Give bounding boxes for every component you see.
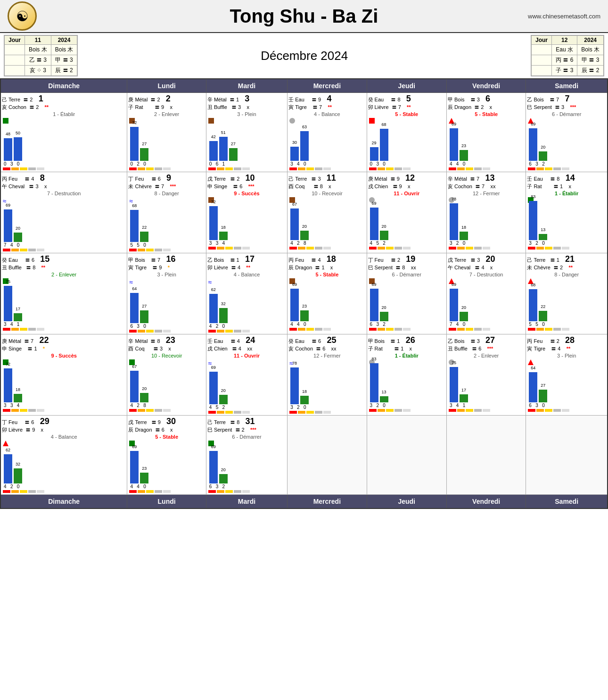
- col-mardi: Mardi: [206, 79, 287, 93]
- info-box-day11: Jour 11 2024 Bois 木 Bois 木 乙 〓 3 甲 〓 3 亥…: [4, 35, 78, 76]
- calendar-table: Dimanche Lundi Mardi Mercredi Jeudi Vend…: [0, 78, 608, 509]
- day-cell-27: 乙 Bois 〓 3 27 丑 Buffle 〓 6 *** 2 - Enlev…: [446, 334, 526, 416]
- footer-samedi: Samedi: [526, 495, 608, 509]
- footer-mercredi: Mercredi: [288, 495, 367, 509]
- page-wrapper: ☯ Tong Shu - Ba Zi www.chinesemetasoft.c…: [0, 0, 608, 509]
- col-dimanche: Dimanche: [0, 79, 127, 93]
- day-cell-8: 丙 Feu 〓 4 8 午 Cheval 〓 3 x 7 - Destructi…: [0, 172, 127, 253]
- week-row-2: 丙 Feu 〓 4 8 午 Cheval 〓 3 x 7 - Destructi…: [0, 172, 608, 253]
- footer-jeudi: Jeudi: [367, 495, 446, 509]
- day-cell-17: 乙 Bois 〓 1 17 卯 Lièvre 〓 4 ** 4 - Balanc…: [206, 253, 287, 334]
- day-cell-31: 己 Terre 〓 8 31 巳 Serpent 〓 2 *** 6 - Dém…: [206, 416, 287, 495]
- day-cell-13: 辛 Métal 〓 7 13 亥 Cochon 〓 7 xx 12 - Ferm…: [446, 172, 526, 253]
- day-cell-30: 戊 Terre 〓 9 30 辰 Dragon 〓 6 x 5 - Stable…: [127, 416, 206, 495]
- day-cell-25: 癸 Eau 〓 6 25 亥 Cochon 〓 6 xx 12 - Fermer…: [288, 334, 367, 416]
- col-jeudi: Jeudi: [367, 79, 446, 93]
- day-cell-6: 甲 Bois 〓 3 6 辰 Dragon 〓 2 x 5 - Stable 6…: [446, 93, 526, 172]
- page-title: Tong Shu - Ba Zi: [230, 6, 378, 27]
- day-cell-15: 癸 Eau 〓 6 15 丑 Buffle 〓 8 ** 2 - Enlever…: [0, 253, 127, 334]
- empty-cell-w5-5: [367, 416, 446, 495]
- day-cell-16: 甲 Bois 〓 7 16 寅 Tigre 〓 9 * 3 - Plein ≈ …: [127, 253, 206, 334]
- header: ☯ Tong Shu - Ba Zi www.chinesemetasoft.c…: [0, 0, 608, 33]
- month-title: Décembre 2024: [78, 49, 531, 63]
- day-cell-10: 戊 Terre 〓 2 10 申 Singe 〓 6 *** 9 - Succè…: [206, 172, 287, 253]
- week-row-1: 己 Terre 〓 2 1 亥 Cochon 〓 2 ** 1 - Établi…: [0, 93, 608, 172]
- col-mercredi: Mercredi: [288, 79, 367, 93]
- footer-dimanche: Dimanche: [0, 495, 127, 509]
- website-label: www.chinesemetasoft.com: [528, 13, 600, 20]
- footer-lundi: Lundi: [127, 495, 206, 509]
- day-cell-11: 己 Terre 〓 3 11 酉 Coq 〓 8 x 10 - Recevoir…: [288, 172, 367, 253]
- empty-cell-w5-6: [446, 416, 526, 495]
- info-box-day12: Jour 12 2024 Eau 水 Bois 木 丙 〓 6 甲 〓 3 子 …: [531, 35, 604, 76]
- day-cell-23: 辛 Métal 〓 8 23 酉 Coq 〓 3 x 10 - Recevoir…: [127, 334, 206, 416]
- empty-cell-w5-4: [288, 416, 367, 495]
- day-cell-4: 壬 Eau 〓 9 4 寅 Tigre 〓 7 ** 4 - Balance 3…: [288, 93, 367, 172]
- info-row: Jour 11 2024 Bois 木 Bois 木 乙 〓 3 甲 〓 3 亥…: [0, 33, 608, 78]
- col-lundi: Lundi: [127, 79, 206, 93]
- day-cell-20: 戊 Terre 〓 3 20 午 Cheval 〓 4 x 7 - Destru…: [446, 253, 526, 334]
- footer-vendredi: Vendredi: [446, 495, 526, 509]
- empty-cell-w5-7: [526, 416, 608, 495]
- day-cell-12: 庚 Métal 〓 9 12 戌 Chien 〓 9 x 11 - Ouvrir…: [367, 172, 446, 253]
- day-cell-26: 甲 Bois 〓 1 26 子 Rat 〓 1 x 1 - Établir 83…: [367, 334, 446, 416]
- day-cell-2: 庚 Métal 〓 2 2 子 Rat 〓 9 x 2 - Enlever 72…: [127, 93, 206, 172]
- day-cell-28: 丙 Feu 〓 2 28 寅 Tigre 〓 4 ** 3 - Plein 64…: [526, 334, 608, 416]
- day-cell-24: 壬 Eau 〓 4 24 戌 Chien 〓 4 xx 11 - Ouvrir …: [206, 334, 287, 416]
- week-row-3: 癸 Eau 〓 6 15 丑 Buffle 〓 8 ** 2 - Enlever…: [0, 253, 608, 334]
- day-cell-14: 壬 Eau 〓 8 14 子 Rat 〓 1 x 1 - Établir 83 …: [526, 172, 608, 253]
- col-vendredi: Vendredi: [446, 79, 526, 93]
- day-cell-19: 丁 Feu 〓 2 19 巳 Serpent 〓 8 xx 6 - Démarr…: [367, 253, 446, 334]
- col-samedi: Samedi: [526, 79, 608, 93]
- day-cell-1: 己 Terre 〓 2 1 亥 Cochon 〓 2 ** 1 - Établi…: [0, 93, 127, 172]
- week-row-4: 庚 Métal 〓 7 22 申 Singe 〓 1 * 9 - Succès …: [0, 334, 608, 416]
- week-row-5: 丁 Feu 〓 6 29 卯 Lièvre 〓 9 x 4 - Balance …: [0, 416, 608, 495]
- day-cell-3: 辛 Métal 〓 1 3 丑 Buffle 〓 3 x 3 - Plein 4…: [206, 93, 287, 172]
- day-cell-7: 乙 Bois 〓 7 7 巳 Serpent 〓 3 *** 6 - Démar…: [526, 93, 608, 172]
- day-cell-29: 丁 Feu 〓 6 29 卯 Lièvre 〓 9 x 4 - Balance …: [0, 416, 127, 495]
- day-cell-9: 丁 Feu 〓 6 9 未 Chèvre 〓 7 *** 8 - Danger …: [127, 172, 206, 253]
- footer-row: Dimanche Lundi Mardi Mercredi Jeudi Vend…: [0, 495, 608, 509]
- day-cell-21: 己 Terre 〓 1 21 未 Chèvre 〓 2 ** 8 - Dange…: [526, 253, 608, 334]
- day-cell-18: 丙 Feu 〓 4 18 辰 Dragon 〓 1 x 5 - Stable 6…: [288, 253, 367, 334]
- footer-mardi: Mardi: [206, 495, 287, 509]
- day-cell-22: 庚 Métal 〓 7 22 申 Singe 〓 1 * 9 - Succès …: [0, 334, 127, 416]
- day-cell-5: 癸 Eau 〓 8 5 卯 Lièvre 〓 7 ** 5 - Stable 2…: [367, 93, 446, 172]
- logo: ☯: [8, 1, 37, 31]
